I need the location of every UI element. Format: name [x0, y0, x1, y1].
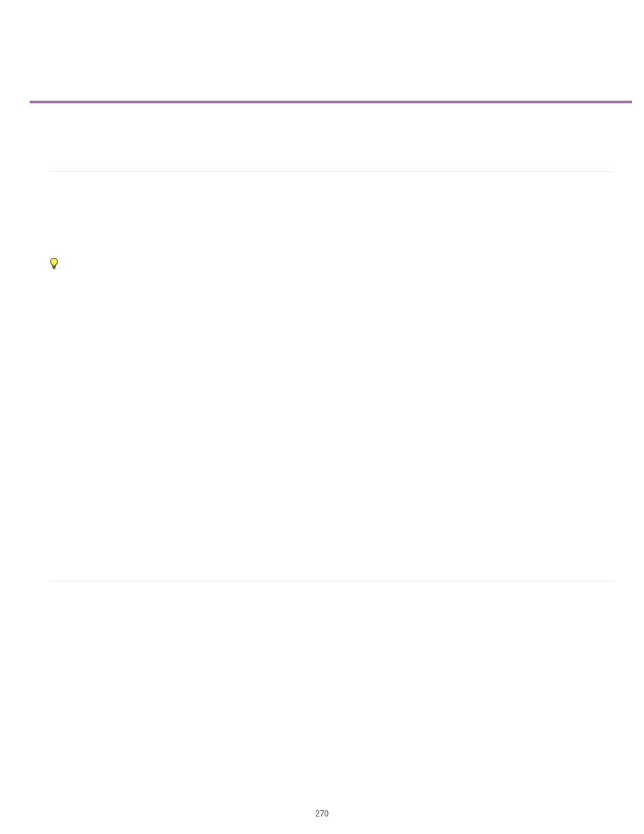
section-divider	[49, 171, 613, 172]
header-rule	[30, 101, 632, 103]
svg-rect-2	[53, 268, 55, 269]
page-number: 270	[0, 809, 644, 818]
document-page: 270	[0, 0, 644, 834]
content-area	[49, 115, 613, 581]
svg-rect-1	[53, 267, 55, 268]
lightbulb-icon	[49, 257, 59, 269]
section-divider	[49, 581, 613, 581]
